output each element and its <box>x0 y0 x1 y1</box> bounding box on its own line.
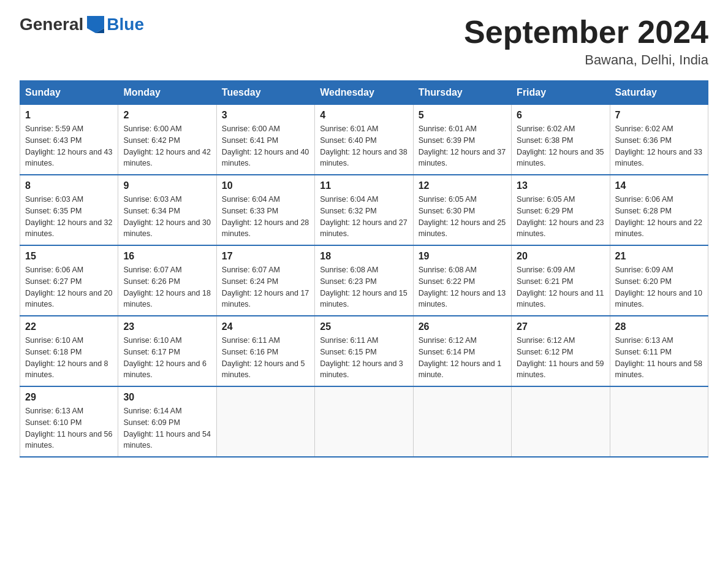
calendar-cell: 16Sunrise: 6:07 AMSunset: 6:26 PMDayligh… <box>118 245 216 316</box>
calendar-cell: 13Sunrise: 6:05 AMSunset: 6:29 PMDayligh… <box>512 175 610 245</box>
calendar-cell: 23Sunrise: 6:10 AMSunset: 6:17 PMDayligh… <box>118 316 216 386</box>
header-row: SundayMondayTuesdayWednesdayThursdayFrid… <box>20 81 708 105</box>
day-number: 16 <box>123 251 211 262</box>
day-info: Sunrise: 6:05 AMSunset: 6:29 PMDaylight:… <box>517 194 604 240</box>
calendar-cell: 30Sunrise: 6:14 AMSunset: 6:09 PMDayligh… <box>118 386 216 457</box>
calendar-cell: 2Sunrise: 6:00 AMSunset: 6:42 PMDaylight… <box>118 105 216 175</box>
day-info: Sunrise: 6:13 AMSunset: 6:10 PMDaylight:… <box>25 405 113 451</box>
header-cell-sunday: Sunday <box>20 81 118 105</box>
day-info: Sunrise: 5:59 AMSunset: 6:43 PMDaylight:… <box>25 123 113 169</box>
day-number: 11 <box>320 180 408 191</box>
day-info: Sunrise: 6:09 AMSunset: 6:21 PMDaylight:… <box>517 264 604 310</box>
calendar-cell: 11Sunrise: 6:04 AMSunset: 6:32 PMDayligh… <box>315 175 413 245</box>
day-number: 29 <box>25 392 113 403</box>
week-row-3: 15Sunrise: 6:06 AMSunset: 6:27 PMDayligh… <box>20 245 708 316</box>
calendar-cell: 12Sunrise: 6:05 AMSunset: 6:30 PMDayligh… <box>413 175 511 245</box>
location-title: Bawana, Delhi, India <box>464 52 708 68</box>
day-info: Sunrise: 6:11 AMSunset: 6:15 PMDaylight:… <box>320 335 408 381</box>
calendar-cell: 6Sunrise: 6:02 AMSunset: 6:38 PMDaylight… <box>512 105 610 175</box>
calendar-cell: 25Sunrise: 6:11 AMSunset: 6:15 PMDayligh… <box>315 316 413 386</box>
day-info: Sunrise: 6:10 AMSunset: 6:18 PMDaylight:… <box>25 335 113 381</box>
day-info: Sunrise: 6:06 AMSunset: 6:28 PMDaylight:… <box>615 194 703 240</box>
header-cell-tuesday: Tuesday <box>216 81 314 105</box>
calendar-cell: 29Sunrise: 6:13 AMSunset: 6:10 PMDayligh… <box>20 386 118 457</box>
header-cell-wednesday: Wednesday <box>315 81 413 105</box>
calendar-cell: 5Sunrise: 6:01 AMSunset: 6:39 PMDaylight… <box>413 105 511 175</box>
day-number: 3 <box>222 110 309 121</box>
day-number: 10 <box>222 180 309 191</box>
day-info: Sunrise: 6:13 AMSunset: 6:11 PMDaylight:… <box>615 335 703 381</box>
calendar-cell: 21Sunrise: 6:09 AMSunset: 6:20 PMDayligh… <box>610 245 708 316</box>
calendar-cell: 10Sunrise: 6:04 AMSunset: 6:33 PMDayligh… <box>216 175 314 245</box>
calendar-cell: 18Sunrise: 6:08 AMSunset: 6:23 PMDayligh… <box>315 245 413 316</box>
calendar-cell: 17Sunrise: 6:07 AMSunset: 6:24 PMDayligh… <box>216 245 314 316</box>
week-row-1: 1Sunrise: 5:59 AMSunset: 6:43 PMDaylight… <box>20 105 708 175</box>
day-info: Sunrise: 6:01 AMSunset: 6:40 PMDaylight:… <box>320 123 408 169</box>
logo: General Blue <box>20 15 144 34</box>
header-cell-saturday: Saturday <box>610 81 708 105</box>
day-number: 28 <box>615 321 703 332</box>
day-number: 19 <box>419 251 506 262</box>
calendar-cell: 22Sunrise: 6:10 AMSunset: 6:18 PMDayligh… <box>20 316 118 386</box>
day-info: Sunrise: 6:05 AMSunset: 6:30 PMDaylight:… <box>419 194 506 240</box>
day-number: 13 <box>517 180 604 191</box>
day-number: 25 <box>320 321 408 332</box>
calendar-cell <box>413 386 511 457</box>
calendar-cell <box>216 386 314 457</box>
day-number: 30 <box>123 392 211 403</box>
calendar-cell: 24Sunrise: 6:11 AMSunset: 6:16 PMDayligh… <box>216 316 314 386</box>
day-info: Sunrise: 6:12 AMSunset: 6:14 PMDaylight:… <box>419 335 506 381</box>
calendar-cell: 20Sunrise: 6:09 AMSunset: 6:21 PMDayligh… <box>512 245 610 316</box>
calendar-cell: 1Sunrise: 5:59 AMSunset: 6:43 PMDaylight… <box>20 105 118 175</box>
day-number: 18 <box>320 251 408 262</box>
day-number: 15 <box>25 251 113 262</box>
day-number: 2 <box>123 110 211 121</box>
calendar-cell: 3Sunrise: 6:00 AMSunset: 6:41 PMDaylight… <box>216 105 314 175</box>
calendar-table: SundayMondayTuesdayWednesdayThursdayFrid… <box>20 80 708 458</box>
logo-text-general: General <box>20 15 83 34</box>
calendar-cell: 28Sunrise: 6:13 AMSunset: 6:11 PMDayligh… <box>610 316 708 386</box>
day-number: 21 <box>615 251 703 262</box>
day-number: 5 <box>419 110 506 121</box>
day-number: 23 <box>123 321 211 332</box>
day-info: Sunrise: 6:08 AMSunset: 6:23 PMDaylight:… <box>320 264 408 310</box>
month-title: September 2024 <box>464 15 708 50</box>
week-row-4: 22Sunrise: 6:10 AMSunset: 6:18 PMDayligh… <box>20 316 708 386</box>
day-number: 6 <box>517 110 604 121</box>
day-info: Sunrise: 6:00 AMSunset: 6:42 PMDaylight:… <box>123 123 211 169</box>
day-info: Sunrise: 6:02 AMSunset: 6:36 PMDaylight:… <box>615 123 703 169</box>
day-number: 27 <box>517 321 604 332</box>
day-number: 8 <box>25 180 113 191</box>
week-row-2: 8Sunrise: 6:03 AMSunset: 6:35 PMDaylight… <box>20 175 708 245</box>
day-number: 12 <box>419 180 506 191</box>
day-info: Sunrise: 6:04 AMSunset: 6:33 PMDaylight:… <box>222 194 309 240</box>
day-info: Sunrise: 6:04 AMSunset: 6:32 PMDaylight:… <box>320 194 408 240</box>
day-info: Sunrise: 6:03 AMSunset: 6:35 PMDaylight:… <box>25 194 113 240</box>
calendar-cell: 14Sunrise: 6:06 AMSunset: 6:28 PMDayligh… <box>610 175 708 245</box>
day-info: Sunrise: 6:10 AMSunset: 6:17 PMDaylight:… <box>123 335 211 381</box>
day-info: Sunrise: 6:14 AMSunset: 6:09 PMDaylight:… <box>123 405 211 451</box>
calendar-cell: 26Sunrise: 6:12 AMSunset: 6:14 PMDayligh… <box>413 316 511 386</box>
day-info: Sunrise: 6:02 AMSunset: 6:38 PMDaylight:… <box>517 123 604 169</box>
day-info: Sunrise: 6:11 AMSunset: 6:16 PMDaylight:… <box>222 335 309 381</box>
day-number: 24 <box>222 321 309 332</box>
calendar-cell <box>610 386 708 457</box>
week-row-5: 29Sunrise: 6:13 AMSunset: 6:10 PMDayligh… <box>20 386 708 457</box>
day-info: Sunrise: 6:12 AMSunset: 6:12 PMDaylight:… <box>517 335 604 381</box>
calendar-cell <box>512 386 610 457</box>
calendar-cell: 8Sunrise: 6:03 AMSunset: 6:35 PMDaylight… <box>20 175 118 245</box>
day-info: Sunrise: 6:07 AMSunset: 6:24 PMDaylight:… <box>222 264 309 310</box>
calendar-cell: 15Sunrise: 6:06 AMSunset: 6:27 PMDayligh… <box>20 245 118 316</box>
title-area: September 2024 Bawana, Delhi, India <box>464 15 708 68</box>
day-number: 1 <box>25 110 113 121</box>
day-info: Sunrise: 6:01 AMSunset: 6:39 PMDaylight:… <box>419 123 506 169</box>
day-info: Sunrise: 6:03 AMSunset: 6:34 PMDaylight:… <box>123 194 211 240</box>
header-cell-monday: Monday <box>118 81 216 105</box>
calendar-cell: 9Sunrise: 6:03 AMSunset: 6:34 PMDaylight… <box>118 175 216 245</box>
day-number: 7 <box>615 110 703 121</box>
calendar-cell: 7Sunrise: 6:02 AMSunset: 6:36 PMDaylight… <box>610 105 708 175</box>
logo-text-blue: Blue <box>107 15 144 34</box>
calendar-cell: 27Sunrise: 6:12 AMSunset: 6:12 PMDayligh… <box>512 316 610 386</box>
day-info: Sunrise: 6:00 AMSunset: 6:41 PMDaylight:… <box>222 123 309 169</box>
logo-icon <box>87 16 104 33</box>
